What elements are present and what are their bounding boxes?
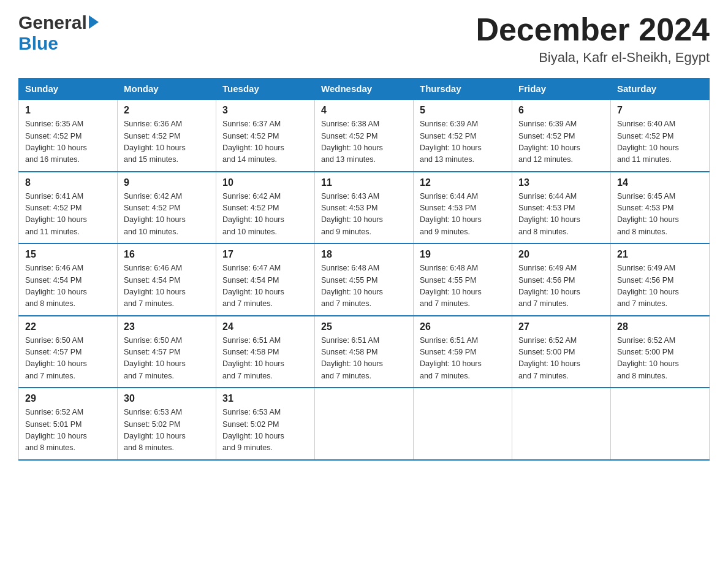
calendar-cell: 17 Sunrise: 6:47 AM Sunset: 4:54 PM Dayl…	[216, 243, 315, 316]
day-info: Sunrise: 6:51 AM Sunset: 4:59 PM Dayligh…	[420, 335, 506, 383]
header-cell-sunday: Sunday	[19, 79, 118, 100]
header-cell-tuesday: Tuesday	[216, 79, 315, 100]
day-info: Sunrise: 6:43 AM Sunset: 4:53 PM Dayligh…	[321, 191, 407, 239]
calendar-cell: 7 Sunrise: 6:40 AM Sunset: 4:52 PM Dayli…	[611, 99, 710, 172]
day-number: 5	[420, 105, 506, 116]
calendar-table: SundayMondayTuesdayWednesdayThursdayFrid…	[18, 78, 710, 461]
day-number: 16	[124, 249, 210, 260]
day-number: 23	[124, 321, 210, 332]
day-info: Sunrise: 6:50 AM Sunset: 4:57 PM Dayligh…	[25, 335, 111, 383]
day-number: 2	[124, 105, 210, 116]
day-number: 25	[321, 321, 407, 332]
week-row-2: 8 Sunrise: 6:41 AM Sunset: 4:52 PM Dayli…	[19, 172, 710, 244]
calendar-cell: 29 Sunrise: 6:52 AM Sunset: 5:01 PM Dayl…	[19, 388, 118, 460]
day-info: Sunrise: 6:39 AM Sunset: 4:52 PM Dayligh…	[420, 118, 506, 166]
day-number: 26	[420, 321, 506, 332]
header-cell-thursday: Thursday	[414, 79, 512, 100]
calendar-cell: 23 Sunrise: 6:50 AM Sunset: 4:57 PM Dayl…	[118, 316, 216, 388]
day-info: Sunrise: 6:44 AM Sunset: 4:53 PM Dayligh…	[420, 191, 506, 239]
month-title: December 2024	[476, 12, 710, 47]
day-number: 15	[25, 249, 111, 260]
week-row-5: 29 Sunrise: 6:52 AM Sunset: 5:01 PM Dayl…	[19, 388, 710, 460]
day-number: 14	[617, 177, 703, 188]
calendar-cell: 22 Sunrise: 6:50 AM Sunset: 4:57 PM Dayl…	[19, 316, 118, 388]
day-info: Sunrise: 6:42 AM Sunset: 4:52 PM Dayligh…	[124, 191, 210, 239]
day-info: Sunrise: 6:37 AM Sunset: 4:52 PM Dayligh…	[222, 118, 308, 166]
day-number: 19	[420, 249, 506, 260]
calendar-cell: 11 Sunrise: 6:43 AM Sunset: 4:53 PM Dayl…	[315, 172, 414, 244]
day-info: Sunrise: 6:35 AM Sunset: 4:52 PM Dayligh…	[25, 118, 111, 166]
calendar-cell: 27 Sunrise: 6:52 AM Sunset: 5:00 PM Dayl…	[512, 316, 611, 388]
day-info: Sunrise: 6:53 AM Sunset: 5:02 PM Dayligh…	[124, 407, 210, 454]
calendar-cell: 14 Sunrise: 6:45 AM Sunset: 4:53 PM Dayl…	[611, 172, 710, 244]
logo: General Blue	[18, 12, 99, 54]
day-info: Sunrise: 6:47 AM Sunset: 4:54 PM Dayligh…	[222, 262, 308, 310]
day-number: 18	[321, 249, 407, 260]
day-info: Sunrise: 6:49 AM Sunset: 4:56 PM Dayligh…	[617, 262, 703, 310]
calendar-cell: 4 Sunrise: 6:38 AM Sunset: 4:52 PM Dayli…	[315, 99, 414, 172]
day-info: Sunrise: 6:53 AM Sunset: 5:02 PM Dayligh…	[222, 407, 308, 454]
logo-blue-text: Blue	[18, 33, 58, 54]
day-number: 17	[222, 249, 308, 260]
week-row-1: 1 Sunrise: 6:35 AM Sunset: 4:52 PM Dayli…	[19, 99, 710, 172]
page-header: General Blue December 2024 Biyala, Kafr …	[18, 12, 710, 66]
day-info: Sunrise: 6:52 AM Sunset: 5:00 PM Dayligh…	[518, 335, 604, 383]
day-info: Sunrise: 6:51 AM Sunset: 4:58 PM Dayligh…	[222, 335, 308, 383]
day-number: 29	[25, 393, 111, 404]
day-info: Sunrise: 6:42 AM Sunset: 4:52 PM Dayligh…	[222, 191, 308, 239]
day-info: Sunrise: 6:40 AM Sunset: 4:52 PM Dayligh…	[617, 118, 703, 166]
calendar-cell: 24 Sunrise: 6:51 AM Sunset: 4:58 PM Dayl…	[216, 316, 315, 388]
day-info: Sunrise: 6:49 AM Sunset: 4:56 PM Dayligh…	[518, 262, 604, 310]
calendar-cell: 6 Sunrise: 6:39 AM Sunset: 4:52 PM Dayli…	[512, 99, 611, 172]
day-info: Sunrise: 6:52 AM Sunset: 5:00 PM Dayligh…	[617, 335, 703, 383]
day-number: 22	[25, 321, 111, 332]
calendar-cell: 18 Sunrise: 6:48 AM Sunset: 4:55 PM Dayl…	[315, 243, 414, 316]
calendar-cell: 15 Sunrise: 6:46 AM Sunset: 4:54 PM Dayl…	[19, 243, 118, 316]
day-number: 4	[321, 105, 407, 116]
header-row: SundayMondayTuesdayWednesdayThursdayFrid…	[19, 79, 710, 100]
day-info: Sunrise: 6:46 AM Sunset: 4:54 PM Dayligh…	[25, 262, 111, 310]
calendar-cell: 26 Sunrise: 6:51 AM Sunset: 4:59 PM Dayl…	[414, 316, 512, 388]
day-info: Sunrise: 6:50 AM Sunset: 4:57 PM Dayligh…	[124, 335, 210, 383]
week-row-4: 22 Sunrise: 6:50 AM Sunset: 4:57 PM Dayl…	[19, 316, 710, 388]
day-number: 10	[222, 177, 308, 188]
calendar-cell: 10 Sunrise: 6:42 AM Sunset: 4:52 PM Dayl…	[216, 172, 315, 244]
day-info: Sunrise: 6:38 AM Sunset: 4:52 PM Dayligh…	[321, 118, 407, 166]
calendar-cell: 21 Sunrise: 6:49 AM Sunset: 4:56 PM Dayl…	[611, 243, 710, 316]
calendar-cell	[315, 388, 414, 460]
day-info: Sunrise: 6:41 AM Sunset: 4:52 PM Dayligh…	[25, 191, 111, 239]
title-block: December 2024 Biyala, Kafr el-Sheikh, Eg…	[476, 12, 710, 66]
day-number: 6	[518, 105, 604, 116]
day-number: 11	[321, 177, 407, 188]
day-info: Sunrise: 6:48 AM Sunset: 4:55 PM Dayligh…	[420, 262, 506, 310]
location-text: Biyala, Kafr el-Sheikh, Egypt	[476, 50, 710, 66]
calendar-cell: 1 Sunrise: 6:35 AM Sunset: 4:52 PM Dayli…	[19, 99, 118, 172]
logo-arrow-icon	[89, 15, 99, 29]
day-number: 21	[617, 249, 703, 260]
calendar-cell: 31 Sunrise: 6:53 AM Sunset: 5:02 PM Dayl…	[216, 388, 315, 460]
calendar-cell	[512, 388, 611, 460]
day-number: 30	[124, 393, 210, 404]
day-info: Sunrise: 6:39 AM Sunset: 4:52 PM Dayligh…	[518, 118, 604, 166]
day-info: Sunrise: 6:44 AM Sunset: 4:53 PM Dayligh…	[518, 191, 604, 239]
calendar-cell: 25 Sunrise: 6:51 AM Sunset: 4:58 PM Dayl…	[315, 316, 414, 388]
day-number: 28	[617, 321, 703, 332]
calendar-cell	[414, 388, 512, 460]
day-number: 27	[518, 321, 604, 332]
calendar-cell	[611, 388, 710, 460]
calendar-cell: 12 Sunrise: 6:44 AM Sunset: 4:53 PM Dayl…	[414, 172, 512, 244]
day-info: Sunrise: 6:36 AM Sunset: 4:52 PM Dayligh…	[124, 118, 210, 166]
day-info: Sunrise: 6:51 AM Sunset: 4:58 PM Dayligh…	[321, 335, 407, 383]
day-info: Sunrise: 6:45 AM Sunset: 4:53 PM Dayligh…	[617, 191, 703, 239]
day-number: 13	[518, 177, 604, 188]
calendar-cell: 13 Sunrise: 6:44 AM Sunset: 4:53 PM Dayl…	[512, 172, 611, 244]
calendar-cell: 20 Sunrise: 6:49 AM Sunset: 4:56 PM Dayl…	[512, 243, 611, 316]
calendar-cell: 19 Sunrise: 6:48 AM Sunset: 4:55 PM Dayl…	[414, 243, 512, 316]
calendar-cell: 30 Sunrise: 6:53 AM Sunset: 5:02 PM Dayl…	[118, 388, 216, 460]
day-number: 7	[617, 105, 703, 116]
header-cell-saturday: Saturday	[611, 79, 710, 100]
header-cell-monday: Monday	[118, 79, 216, 100]
day-number: 8	[25, 177, 111, 188]
week-row-3: 15 Sunrise: 6:46 AM Sunset: 4:54 PM Dayl…	[19, 243, 710, 316]
day-number: 20	[518, 249, 604, 260]
